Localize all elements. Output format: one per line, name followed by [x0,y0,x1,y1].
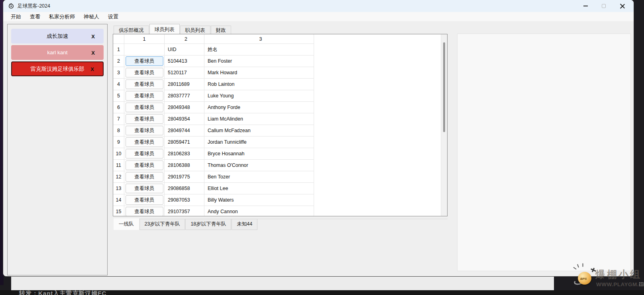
player-name: Jordan Tunnicliffe [204,137,314,148]
menu-item[interactable]: 查看 [26,12,45,22]
view-player-button[interactable]: 查看球员 [126,79,163,89]
tab[interactable]: 球员列表 [149,24,180,34]
player-name: Billy Waters [204,194,314,206]
player-uid: 28106283 [165,148,204,160]
view-player-button[interactable]: 查看球员 [126,103,163,112]
view-player-button[interactable]: 查看球员 [126,160,163,170]
tab[interactable]: 俱乐部概况 [114,26,149,34]
table-row: 13 查看球员 29086858 Elliot Lee [113,183,314,194]
player-name: Anthony Forde [204,102,314,113]
menu-item[interactable]: 设置 [104,12,123,22]
player-name: Andy Cannon [204,206,314,216]
sidebar-tool-card[interactable]: 雷克斯汉姆足球俱乐部X [11,61,104,76]
row-number: 10 [113,148,124,160]
vertical-scrollbar[interactable] [441,34,447,216]
column-number-row: 1 2 3 [113,34,314,44]
right-empty-panel [457,34,631,271]
menu-item[interactable]: 神秘人 [79,12,104,22]
action-cell: 查看球员 [124,90,165,102]
action-cell: 查看球员 [124,79,165,90]
player-uid: 5120117 [165,67,204,79]
player-name: Luke Young [204,90,314,102]
view-player-button[interactable]: 查看球员 [126,195,163,205]
view-player-button[interactable]: 查看球员 [126,207,163,216]
app-window: 足球黑客-2024 开始查看私家分析师神秘人设置 成长加速Xkarl kantX… [3,0,634,276]
view-player-button[interactable]: 查看球员 [126,56,163,66]
view-player-button[interactable]: 查看球员 [126,149,163,158]
column-number: 3 [204,34,314,44]
squad-tab[interactable]: 23岁以下青年队 [139,219,185,230]
tab[interactable]: 职员列表 [180,26,210,34]
action-cell: 查看球员 [124,148,165,160]
table-row: 9 查看球员 28059471 Jordan Tunnicliffe [113,137,314,148]
player-uid: 28106388 [165,160,204,171]
header-row: 1 UID 姓名 [113,44,314,55]
squad-tab[interactable]: 18岁以下青年队 [185,219,231,230]
player-uid: 28037777 [165,90,204,102]
player-name: Ben Tozer [204,171,314,183]
tools-panel: 成长加速Xkarl kantX雷克斯汉姆足球俱乐部X [7,24,108,275]
player-uid: 29107357 [165,206,204,216]
view-player-button[interactable]: 查看球员 [126,68,163,77]
table-grid: 1 2 3 1 UID 姓名 2 查看球员 5104413 Ben Foster… [113,34,440,216]
tool-card-label: 雷克斯汉姆足球俱乐部 [31,65,84,73]
view-player-button[interactable]: 查看球员 [126,184,163,193]
main-tabs: 俱乐部概况球员列表职员列表财政 [114,25,232,34]
close-tool-button[interactable]: X [91,33,95,39]
close-icon [620,4,624,8]
squad-tab[interactable]: 未知44 [232,219,257,230]
row-number: 1 [113,44,124,55]
view-player-button[interactable]: 查看球员 [126,126,163,135]
tab[interactable]: 财政 [211,26,231,34]
table-row: 8 查看球员 28049744 Callum McFadzean [113,125,314,137]
sidebar-tool-card[interactable]: karl kantX [11,45,104,60]
player-name: Mark Howard [204,67,314,79]
close-tool-button[interactable]: X [91,49,95,55]
minimize-icon [583,6,588,6]
corner-cell [113,34,124,44]
row-number: 12 [113,171,124,183]
view-player-button[interactable]: 查看球员 [126,114,163,124]
row-number: 14 [113,194,124,206]
row-number: 7 [113,113,124,125]
table-row: 14 查看球员 29087053 Billy Waters [113,194,314,206]
row-number: 9 [113,137,124,148]
row-number: 6 [113,102,124,113]
view-player-button[interactable]: 查看球员 [126,91,163,101]
player-uid: 28049348 [165,102,204,113]
eye-app-icon [8,3,14,9]
watermark-dots-icon [639,282,640,283]
maximize-button[interactable] [595,0,613,12]
sidebar-tool-card[interactable]: 成长加速X [11,29,104,44]
close-button[interactable] [613,0,631,12]
action-cell: 查看球员 [124,67,165,79]
table-row: 3 查看球员 5120117 Mark Howard [113,67,314,79]
row-number: 5 [113,90,124,102]
scrollbar-thumb[interactable] [443,42,445,132]
menu-item[interactable]: 开始 [6,12,26,22]
squad-tab[interactable]: 一线队 [114,218,139,230]
row-number: 4 [113,79,124,90]
minimize-button[interactable] [576,0,595,12]
column-number: 1 [124,34,165,44]
player-table: 1 2 3 1 UID 姓名 2 查看球员 5104413 Ben Foster… [113,34,448,216]
menu-item[interactable]: 私家分析师 [45,12,79,22]
content-area: 成长加速Xkarl kantX雷克斯汉姆足球俱乐部X 俱乐部概况球员列表职员列表… [3,21,634,276]
watermark-url: WWW.PLAYGM.CN [596,281,644,287]
player-name: Elliot Lee [204,183,314,194]
close-tool-button[interactable]: X [90,66,94,72]
action-cell: 查看球员 [124,160,165,171]
player-uid: 29087053 [165,194,204,206]
spark-icon [577,264,579,267]
view-player-button[interactable]: 查看球员 [126,172,163,182]
watermark: BPS 爆棚小组 WWW.PLAYGM.CN [571,265,644,293]
window-controls [576,0,631,12]
table-row: 6 查看球员 28049348 Anthony Forde [113,102,314,113]
player-uid: 5104413 [165,55,204,67]
player-name: Rob Lainton [204,79,314,90]
player-name: Thomas O'Connor [204,160,314,171]
header-name: 姓名 [204,44,314,55]
action-cell: 查看球员 [124,102,165,113]
view-player-button[interactable]: 查看球员 [126,137,163,147]
bomb-icon: BPS [578,272,591,285]
